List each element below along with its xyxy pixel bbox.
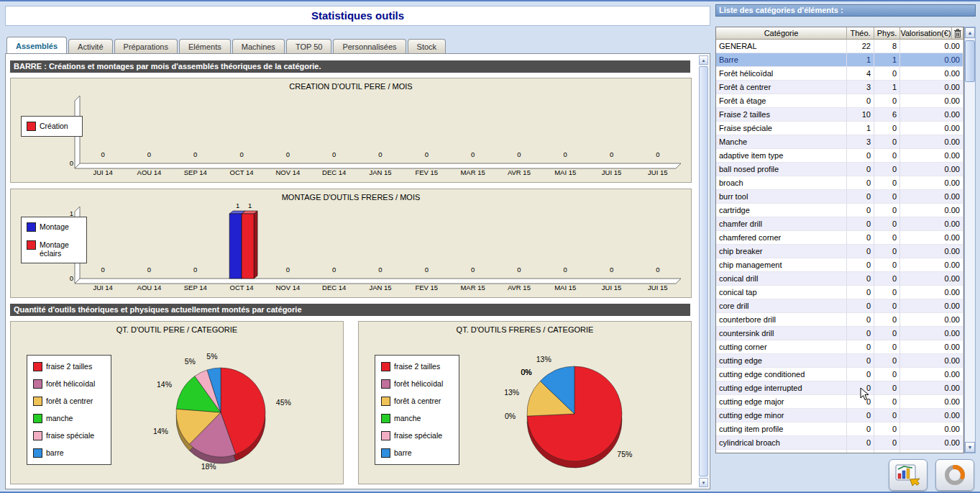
svg-text:1: 1	[248, 202, 252, 209]
category-name: Barre	[716, 53, 847, 67]
svg-text:JAN 15: JAN 15	[369, 168, 391, 176]
category-row[interactable]: cylindrical drill000.00	[716, 450, 963, 453]
category-name: cylindrical broach	[716, 436, 847, 450]
chart-creation-outil-pere: CREATION D'OUTIL PERE / MOIS Création 0J…	[10, 78, 692, 183]
tab-personnalis-es[interactable]: Personnalisées	[333, 39, 406, 53]
category-row[interactable]: Forêt hélicoïdal400.00	[716, 67, 963, 81]
column-header-theo[interactable]: Théo.	[847, 27, 874, 40]
scroll-down-icon[interactable]: ▼	[965, 442, 975, 453]
category-row[interactable]: broach000.00	[716, 176, 963, 190]
category-name: burr tool	[716, 190, 847, 204]
category-row[interactable]: Manche300.00	[716, 135, 963, 149]
tab-top-50[interactable]: TOP 50	[286, 39, 332, 53]
tab-machines[interactable]: Machines	[232, 39, 285, 53]
chart-title: QT. D'OUTIL PERE / CATEGORIE	[11, 325, 343, 334]
legend-item: Montage	[27, 222, 81, 232]
valorisation-value: 0.00	[900, 340, 963, 354]
category-row[interactable]: cutting item profile000.00	[716, 422, 963, 436]
category-row[interactable]: ball nosed profile000.00	[716, 163, 963, 176]
table-scrollbar[interactable]: ▲ ▼	[964, 27, 976, 453]
table-scrollbar-thumb[interactable]	[965, 40, 975, 82]
category-row[interactable]: Fraise 2 tailles1060.00	[716, 108, 963, 122]
statistics-report-button[interactable]	[889, 459, 928, 491]
category-row[interactable]: cutting edge000.00	[716, 354, 963, 368]
chart-legend: fraise 2 taillesforêt hélicoïdalforêt à …	[375, 355, 459, 465]
category-name: chip breaker	[716, 245, 847, 258]
valorisation-value: 0.00	[900, 81, 963, 94]
theo-value: 0	[847, 354, 874, 368]
tab-assembl-s[interactable]: Assemblés	[6, 37, 67, 53]
legend-item: Création	[27, 122, 77, 131]
category-row[interactable]: core drill000.00	[716, 299, 963, 313]
content-scrollbar-thumb[interactable]	[699, 66, 708, 476]
valorisation-value: 0.00	[900, 122, 963, 135]
legend-item: fraise spéciale	[33, 431, 105, 440]
category-row[interactable]: chamfered corner000.00	[716, 231, 963, 245]
legend-item: forêt hélicoïdal	[381, 379, 453, 389]
category-row[interactable]: cutting edge minor000.00	[716, 409, 963, 422]
category-row[interactable]: Forêt à étage000.00	[716, 94, 963, 108]
bar-chart-montage: 01JUI 140AOU 140SEP 140OCT 1411NOV 140DE…	[11, 189, 692, 299]
theo-value: 0	[847, 368, 874, 381]
section-header-quantites: Quantité d'outils théoriques et physique…	[10, 304, 690, 316]
tab-pr-parations[interactable]: Préparations	[114, 39, 178, 53]
legend-label: manche	[46, 414, 73, 422]
category-row[interactable]: chip management000.00	[716, 258, 963, 272]
svg-text:NOV 14: NOV 14	[275, 284, 300, 291]
phys-value: 0	[874, 354, 900, 368]
category-row[interactable]: Forêt à centrer310.00	[716, 81, 963, 94]
category-row[interactable]: Fraise spéciale100.00	[716, 122, 963, 135]
valorisation-value: 0.00	[900, 422, 963, 436]
legend-item: Montage éclairs	[27, 240, 81, 258]
main-section: Statistiques outils AssemblésActivitéPré…	[5, 6, 710, 489]
app-logo-button[interactable]	[935, 459, 974, 491]
category-row[interactable]: chamfer drill000.00	[716, 217, 963, 231]
svg-text:JUI 14: JUI 14	[93, 168, 112, 176]
column-header-categorie[interactable]: Catégorie	[716, 27, 847, 40]
category-row[interactable]: cartridge000.00	[716, 204, 963, 217]
scroll-up-icon[interactable]: ▲	[699, 55, 708, 65]
phys-value: 0	[874, 340, 900, 354]
column-header-phys[interactable]: Phys.	[874, 27, 900, 40]
valorisation-value: 0.00	[900, 327, 963, 340]
scroll-down-icon[interactable]: ▼	[699, 478, 708, 487]
svg-text:AOU 14: AOU 14	[137, 284, 162, 291]
legend-swatch-icon	[33, 448, 42, 458]
table-header-row: CatégorieThéo.Phys.Valorisation(€)	[716, 27, 963, 40]
theo-value: 0	[847, 422, 874, 436]
category-name: cartridge	[716, 204, 847, 217]
category-row[interactable]: cutting edge major000.00	[716, 395, 963, 409]
theo-value: 3	[847, 135, 874, 149]
category-row[interactable]: counterbore drill000.00	[716, 313, 963, 327]
valorisation-value: 0.00	[900, 231, 963, 245]
tab-el-ments[interactable]: Eléments	[179, 39, 231, 53]
category-row[interactable]: adaptive item type000.00	[716, 149, 963, 163]
legend-swatch-icon	[33, 431, 42, 440]
category-row[interactable]: countersink drill000.00	[716, 327, 963, 340]
category-row[interactable]: conical drill000.00	[716, 272, 963, 286]
category-row[interactable]: conical tap000.00	[716, 286, 963, 299]
category-row[interactable]: cutting edge interrupted000.00	[716, 381, 963, 395]
category-row[interactable]: cutting edge conditioned000.00	[716, 368, 963, 381]
svg-text:0: 0	[378, 266, 382, 273]
tab-activit-[interactable]: Activité	[68, 39, 112, 53]
theo-value: 0	[847, 409, 874, 422]
category-row[interactable]: chip breaker000.00	[716, 245, 963, 258]
statistics-window: Statistiques outils AssemblésActivitéPré…	[0, 0, 980, 493]
category-row[interactable]: burr tool000.00	[716, 190, 963, 204]
category-row[interactable]: cylindrical broach000.00	[716, 436, 963, 450]
scroll-up-icon[interactable]: ▲	[965, 27, 975, 38]
phys-value: 0	[874, 176, 900, 190]
category-row[interactable]: cutting corner000.00	[716, 340, 963, 354]
delete-category-icon[interactable]	[952, 27, 963, 40]
category-row[interactable]: GENERAL2280.00	[716, 40, 963, 53]
content-scrollbar[interactable]: ▲ ▼	[699, 55, 708, 487]
theo-value: 1	[847, 53, 874, 67]
valorisation-value: 0.00	[900, 258, 963, 272]
category-row[interactable]: Barre110.00	[716, 53, 963, 67]
tab-stock[interactable]: Stock	[408, 39, 447, 53]
category-name: cutting edge interrupted	[716, 381, 847, 395]
legend-swatch-icon	[381, 379, 390, 389]
column-header-valorisation[interactable]: Valorisation(€)	[900, 27, 952, 40]
category-name: Manche	[716, 135, 847, 149]
